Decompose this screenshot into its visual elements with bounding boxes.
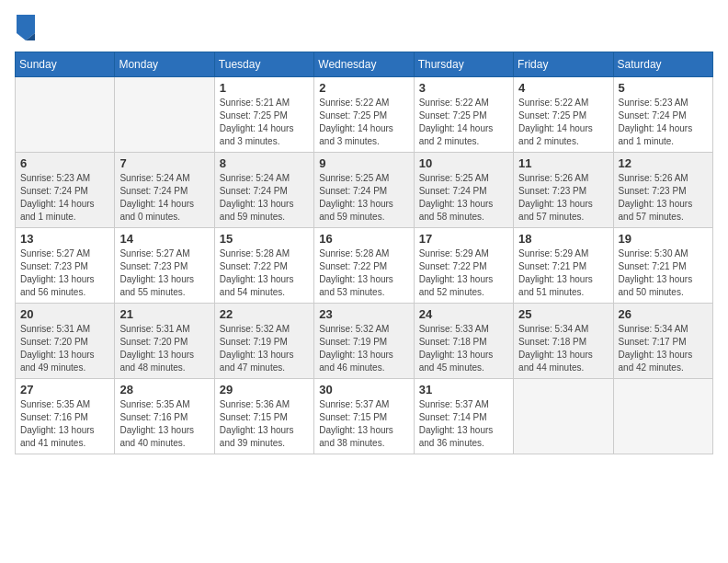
weekday-header-tuesday: Tuesday bbox=[214, 52, 313, 77]
day-info: Sunrise: 5:27 AM Sunset: 7:23 PM Dayligh… bbox=[20, 247, 109, 299]
day-info: Sunrise: 5:22 AM Sunset: 7:25 PM Dayligh… bbox=[419, 97, 508, 148]
day-number: 18 bbox=[518, 232, 608, 246]
calendar-day-cell: 19Sunrise: 5:30 AM Sunset: 7:21 PM Dayli… bbox=[613, 228, 712, 304]
calendar-day-cell: 25Sunrise: 5:34 AM Sunset: 7:18 PM Dayli… bbox=[514, 304, 613, 379]
calendar-day-cell: 23Sunrise: 5:32 AM Sunset: 7:19 PM Dayli… bbox=[314, 304, 414, 379]
day-number: 31 bbox=[419, 383, 508, 396]
day-number: 8 bbox=[220, 156, 309, 170]
calendar-day-cell: 31Sunrise: 5:37 AM Sunset: 7:14 PM Dayli… bbox=[414, 379, 513, 454]
calendar-day-cell: 26Sunrise: 5:34 AM Sunset: 7:17 PM Dayli… bbox=[613, 304, 712, 379]
day-number: 13 bbox=[20, 232, 109, 246]
calendar-day-cell: 15Sunrise: 5:28 AM Sunset: 7:22 PM Dayli… bbox=[214, 228, 313, 304]
calendar-day-cell: 7Sunrise: 5:24 AM Sunset: 7:24 PM Daylig… bbox=[115, 153, 214, 228]
day-number: 26 bbox=[619, 307, 708, 321]
day-info: Sunrise: 5:34 AM Sunset: 7:18 PM Dayligh… bbox=[518, 323, 608, 374]
calendar-day-cell: 20Sunrise: 5:31 AM Sunset: 7:20 PM Dayli… bbox=[16, 304, 115, 379]
page-header bbox=[15, 15, 713, 40]
day-info: Sunrise: 5:37 AM Sunset: 7:15 PM Dayligh… bbox=[319, 398, 408, 450]
calendar-day-cell: 21Sunrise: 5:31 AM Sunset: 7:20 PM Dayli… bbox=[115, 304, 214, 379]
day-info: Sunrise: 5:24 AM Sunset: 7:24 PM Dayligh… bbox=[220, 172, 309, 224]
calendar-day-cell: 3Sunrise: 5:22 AM Sunset: 7:25 PM Daylig… bbox=[414, 77, 513, 153]
day-number: 29 bbox=[220, 383, 309, 396]
day-number: 1 bbox=[220, 81, 309, 95]
day-info: Sunrise: 5:36 AM Sunset: 7:15 PM Dayligh… bbox=[220, 398, 309, 450]
calendar-day-cell: 4Sunrise: 5:22 AM Sunset: 7:25 PM Daylig… bbox=[514, 77, 613, 153]
calendar-week-row: 6Sunrise: 5:23 AM Sunset: 7:24 PM Daylig… bbox=[16, 153, 713, 228]
day-number: 30 bbox=[319, 383, 408, 396]
day-info: Sunrise: 5:37 AM Sunset: 7:14 PM Dayligh… bbox=[419, 398, 508, 450]
calendar-day-cell: 11Sunrise: 5:26 AM Sunset: 7:23 PM Dayli… bbox=[514, 153, 613, 228]
day-number: 27 bbox=[20, 383, 109, 396]
day-info: Sunrise: 5:31 AM Sunset: 7:20 PM Dayligh… bbox=[20, 323, 109, 374]
calendar-day-cell: 8Sunrise: 5:24 AM Sunset: 7:24 PM Daylig… bbox=[214, 153, 313, 228]
day-info: Sunrise: 5:35 AM Sunset: 7:16 PM Dayligh… bbox=[119, 398, 209, 450]
day-number: 20 bbox=[20, 307, 109, 321]
day-info: Sunrise: 5:26 AM Sunset: 7:23 PM Dayligh… bbox=[619, 172, 708, 224]
day-info: Sunrise: 5:23 AM Sunset: 7:24 PM Dayligh… bbox=[619, 97, 708, 148]
calendar-day-cell: 12Sunrise: 5:26 AM Sunset: 7:23 PM Dayli… bbox=[613, 153, 712, 228]
day-info: Sunrise: 5:34 AM Sunset: 7:17 PM Dayligh… bbox=[619, 323, 708, 374]
calendar-table: SundayMondayTuesdayWednesdayThursdayFrid… bbox=[15, 52, 713, 454]
day-info: Sunrise: 5:28 AM Sunset: 7:22 PM Dayligh… bbox=[220, 247, 309, 299]
calendar-day-cell: 30Sunrise: 5:37 AM Sunset: 7:15 PM Dayli… bbox=[314, 379, 414, 454]
calendar-day-cell: 2Sunrise: 5:22 AM Sunset: 7:25 PM Daylig… bbox=[314, 77, 414, 153]
day-info: Sunrise: 5:29 AM Sunset: 7:21 PM Dayligh… bbox=[518, 247, 608, 299]
calendar-day-cell: 9Sunrise: 5:25 AM Sunset: 7:24 PM Daylig… bbox=[314, 153, 414, 228]
day-info: Sunrise: 5:25 AM Sunset: 7:24 PM Dayligh… bbox=[419, 172, 508, 224]
calendar-day-cell bbox=[613, 379, 712, 454]
calendar-week-row: 1Sunrise: 5:21 AM Sunset: 7:25 PM Daylig… bbox=[16, 77, 713, 153]
day-number: 19 bbox=[619, 232, 708, 246]
day-number: 7 bbox=[119, 156, 209, 170]
day-info: Sunrise: 5:25 AM Sunset: 7:24 PM Dayligh… bbox=[319, 172, 408, 224]
calendar-day-cell: 5Sunrise: 5:23 AM Sunset: 7:24 PM Daylig… bbox=[613, 77, 712, 153]
calendar-day-cell: 14Sunrise: 5:27 AM Sunset: 7:23 PM Dayli… bbox=[115, 228, 214, 304]
day-number: 21 bbox=[119, 307, 209, 321]
calendar-day-cell: 28Sunrise: 5:35 AM Sunset: 7:16 PM Dayli… bbox=[115, 379, 214, 454]
calendar-day-cell: 24Sunrise: 5:33 AM Sunset: 7:18 PM Dayli… bbox=[414, 304, 513, 379]
logo bbox=[15, 15, 35, 40]
calendar-day-cell: 6Sunrise: 5:23 AM Sunset: 7:24 PM Daylig… bbox=[16, 153, 115, 228]
day-info: Sunrise: 5:31 AM Sunset: 7:20 PM Dayligh… bbox=[119, 323, 209, 374]
day-number: 24 bbox=[419, 307, 508, 321]
calendar-day-cell: 22Sunrise: 5:32 AM Sunset: 7:19 PM Dayli… bbox=[214, 304, 313, 379]
calendar-day-cell bbox=[514, 379, 613, 454]
weekday-header-row: SundayMondayTuesdayWednesdayThursdayFrid… bbox=[16, 52, 713, 77]
day-number: 17 bbox=[419, 232, 508, 246]
calendar-day-cell: 27Sunrise: 5:35 AM Sunset: 7:16 PM Dayli… bbox=[16, 379, 115, 454]
calendar-week-row: 13Sunrise: 5:27 AM Sunset: 7:23 PM Dayli… bbox=[16, 228, 713, 304]
day-info: Sunrise: 5:32 AM Sunset: 7:19 PM Dayligh… bbox=[220, 323, 309, 374]
logo-icon bbox=[17, 15, 35, 40]
weekday-header-saturday: Saturday bbox=[613, 52, 712, 77]
calendar-day-cell: 16Sunrise: 5:28 AM Sunset: 7:22 PM Dayli… bbox=[314, 228, 414, 304]
day-info: Sunrise: 5:28 AM Sunset: 7:22 PM Dayligh… bbox=[319, 247, 408, 299]
calendar-week-row: 27Sunrise: 5:35 AM Sunset: 7:16 PM Dayli… bbox=[16, 379, 713, 454]
day-number: 28 bbox=[119, 383, 209, 396]
day-number: 6 bbox=[20, 156, 109, 170]
day-info: Sunrise: 5:24 AM Sunset: 7:24 PM Dayligh… bbox=[119, 172, 209, 224]
day-number: 4 bbox=[518, 81, 608, 95]
weekday-header-friday: Friday bbox=[514, 52, 613, 77]
day-info: Sunrise: 5:29 AM Sunset: 7:22 PM Dayligh… bbox=[419, 247, 508, 299]
day-number: 15 bbox=[220, 232, 309, 246]
day-number: 25 bbox=[518, 307, 608, 321]
day-number: 9 bbox=[319, 156, 408, 170]
weekday-header-wednesday: Wednesday bbox=[314, 52, 414, 77]
day-info: Sunrise: 5:26 AM Sunset: 7:23 PM Dayligh… bbox=[518, 172, 608, 224]
day-info: Sunrise: 5:27 AM Sunset: 7:23 PM Dayligh… bbox=[119, 247, 209, 299]
weekday-header-thursday: Thursday bbox=[414, 52, 513, 77]
calendar-day-cell: 18Sunrise: 5:29 AM Sunset: 7:21 PM Dayli… bbox=[514, 228, 613, 304]
calendar-day-cell: 17Sunrise: 5:29 AM Sunset: 7:22 PM Dayli… bbox=[414, 228, 513, 304]
day-number: 23 bbox=[319, 307, 408, 321]
day-number: 12 bbox=[619, 156, 708, 170]
day-info: Sunrise: 5:30 AM Sunset: 7:21 PM Dayligh… bbox=[619, 247, 708, 299]
calendar-day-cell: 29Sunrise: 5:36 AM Sunset: 7:15 PM Dayli… bbox=[214, 379, 313, 454]
day-number: 10 bbox=[419, 156, 508, 170]
day-info: Sunrise: 5:23 AM Sunset: 7:24 PM Dayligh… bbox=[20, 172, 109, 224]
day-number: 16 bbox=[319, 232, 408, 246]
day-info: Sunrise: 5:35 AM Sunset: 7:16 PM Dayligh… bbox=[20, 398, 109, 450]
weekday-header-monday: Monday bbox=[115, 52, 214, 77]
day-number: 2 bbox=[319, 81, 408, 95]
day-number: 14 bbox=[119, 232, 209, 246]
day-number: 5 bbox=[619, 81, 708, 95]
calendar-day-cell: 10Sunrise: 5:25 AM Sunset: 7:24 PM Dayli… bbox=[414, 153, 513, 228]
